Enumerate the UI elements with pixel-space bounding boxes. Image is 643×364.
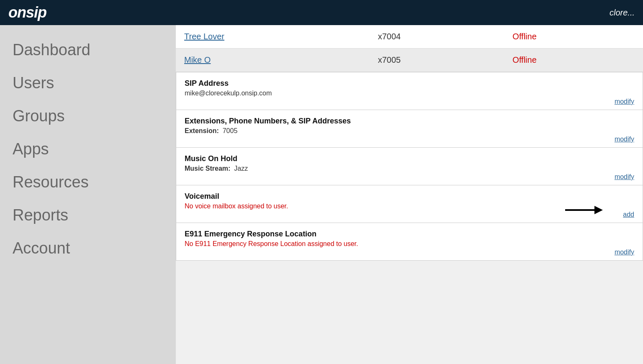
user-table: Tree Lover x7004 Offline Mike O x7005 Of… bbox=[176, 25, 643, 72]
sip-address-title: SIP Address bbox=[185, 79, 634, 88]
body: Dashboard Users Groups Apps Resources Re… bbox=[0, 25, 643, 364]
user-name-link-mike-o[interactable]: Mike O bbox=[184, 55, 211, 64]
user-name-cell: Tree Lover bbox=[176, 25, 370, 49]
arrow-annotation bbox=[561, 200, 603, 220]
sip-address-modify-link[interactable]: modify bbox=[615, 98, 634, 105]
sidebar-item-groups[interactable]: Groups bbox=[0, 100, 176, 133]
sidebar-item-resources[interactable]: Resources bbox=[0, 166, 176, 199]
sip-address-section: SIP Address mike@clorecekulp.onsip.com m… bbox=[176, 72, 643, 110]
user-ext-cell: x7005 bbox=[370, 49, 504, 72]
extensions-modify-link[interactable]: modify bbox=[615, 136, 634, 143]
extensions-section: Extensions, Phone Numbers, & SIP Address… bbox=[176, 110, 643, 148]
svg-marker-1 bbox=[594, 206, 603, 214]
music-on-hold-title: Music On Hold bbox=[185, 154, 634, 163]
voicemail-add-link[interactable]: add bbox=[623, 211, 634, 218]
music-on-hold-section: Music On Hold Music Stream: Jazz modify bbox=[176, 148, 643, 185]
sidebar-item-dashboard[interactable]: Dashboard bbox=[0, 33, 176, 67]
e911-message: No E911 Emergency Response Location assi… bbox=[185, 240, 634, 248]
user-name-link-tree-lover[interactable]: Tree Lover bbox=[184, 32, 224, 41]
sidebar-item-account[interactable]: Account bbox=[0, 232, 176, 265]
logo: onsip bbox=[8, 4, 46, 21]
user-status-cell: Offline bbox=[504, 25, 643, 49]
sidebar-item-reports[interactable]: Reports bbox=[0, 199, 176, 232]
header: onsip clore... bbox=[0, 0, 643, 25]
extensions-title: Extensions, Phone Numbers, & SIP Address… bbox=[185, 117, 634, 126]
e911-modify-link[interactable]: modify bbox=[615, 249, 634, 256]
sidebar-item-users[interactable]: Users bbox=[0, 67, 176, 100]
e911-section: E911 Emergency Response Location No E911… bbox=[176, 223, 643, 261]
user-ext-cell: x7004 bbox=[370, 25, 504, 49]
user-status-cell: Offline bbox=[504, 49, 643, 72]
music-on-hold-modify-link[interactable]: modify bbox=[615, 173, 634, 181]
sidebar-item-apps[interactable]: Apps bbox=[0, 133, 176, 166]
music-stream-name: Jazz bbox=[234, 165, 248, 172]
music-stream-value: Music Stream: Jazz bbox=[185, 165, 634, 172]
table-row: Tree Lover x7004 Offline bbox=[176, 25, 643, 49]
user-name-cell: Mike O bbox=[176, 49, 370, 72]
main-content: Tree Lover x7004 Offline Mike O x7005 Of… bbox=[176, 25, 643, 364]
extension-number: 7005 bbox=[223, 127, 238, 134]
sidebar: Dashboard Users Groups Apps Resources Re… bbox=[0, 25, 176, 364]
voicemail-section: Voicemail No voice mailbox assigned to u… bbox=[176, 185, 643, 223]
extension-label: Extension: bbox=[185, 127, 219, 134]
music-stream-label: Music Stream: bbox=[185, 165, 230, 172]
e911-title: E911 Emergency Response Location bbox=[185, 230, 634, 238]
header-user: clore... bbox=[610, 8, 635, 18]
table-row: Mike O x7005 Offline bbox=[176, 49, 643, 72]
sip-address-value: mike@clorecekulp.onsip.com bbox=[185, 90, 634, 97]
extensions-value: Extension: 7005 bbox=[185, 127, 634, 135]
